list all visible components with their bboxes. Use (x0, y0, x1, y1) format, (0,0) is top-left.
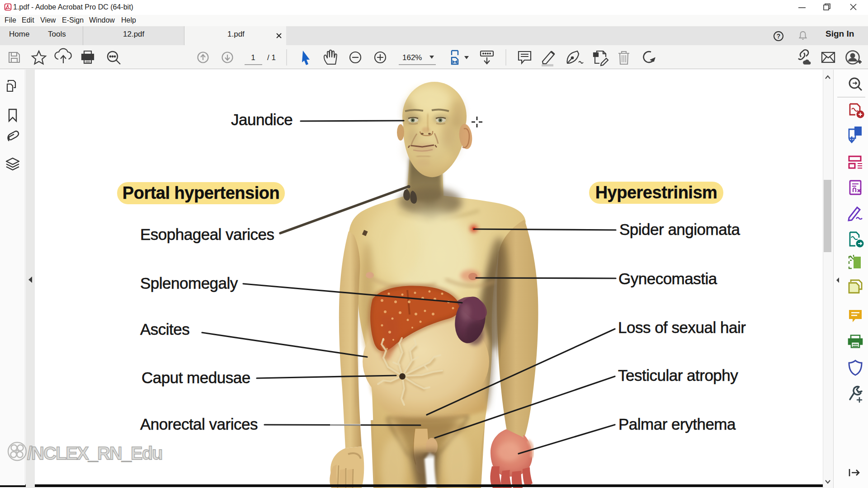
svg-text:162%: 162% (402, 53, 422, 62)
svg-text:?: ? (777, 33, 781, 40)
svg-text:/ 1: / 1 (267, 53, 276, 62)
svg-text:1: 1 (251, 53, 255, 62)
